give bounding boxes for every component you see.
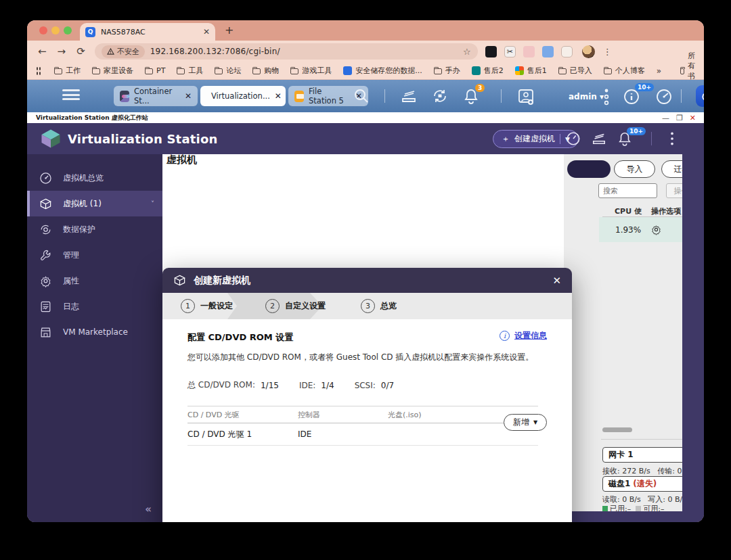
bookmark-folder[interactable]: 游戏工具: [290, 66, 332, 76]
bookmarks-bar: 工作 家里设备 PT 工具 论坛 购物 游戏工具 安全储存您的数据... 手办 …: [27, 62, 704, 80]
migrate-button[interactable]: 迁移: [661, 160, 682, 178]
settings-info-link[interactable]: i 设置信息: [500, 330, 547, 342]
bookmarks-overflow-icon[interactable]: »: [657, 66, 661, 76]
user-icon[interactable]: [517, 88, 535, 106]
bookmark-folder[interactable]: PT: [145, 66, 165, 75]
wizard-steps: 1 一般设定 2 自定义设置 3 总览: [162, 293, 572, 319]
col-controller: 控制器: [298, 410, 388, 420]
url-bar[interactable]: 不安全 192.168.200.132:7086/cgi-bin/ ☆: [95, 43, 478, 60]
traffic-light-close[interactable]: [39, 26, 47, 34]
resource-monitor-icon[interactable]: [655, 88, 673, 106]
horizontal-scrollbar[interactable]: [602, 427, 632, 432]
app-icon: [472, 66, 481, 75]
row-settings-gear-icon[interactable]: [650, 224, 662, 235]
divider: [651, 132, 652, 145]
bookmark-folder[interactable]: 工作: [54, 66, 81, 76]
gauge-icon: [39, 172, 52, 185]
performance-gauge-icon[interactable]: [566, 131, 581, 146]
bookmark-link[interactable]: 售后1: [515, 66, 547, 76]
bookmark-folder[interactable]: 手办: [434, 66, 460, 76]
sync-lock-icon[interactable]: [432, 88, 448, 104]
extension-pink-icon[interactable]: [523, 46, 535, 57]
cpu-usage-value: 1.93%: [615, 225, 641, 235]
security-chip[interactable]: 不安全: [102, 45, 145, 58]
close-icon[interactable]: ✕: [185, 91, 192, 101]
browser-menu-icon[interactable]: ⋮: [603, 47, 612, 57]
vm-row-highlight[interactable]: 1.93%: [599, 217, 682, 242]
import-button[interactable]: 导入: [614, 160, 655, 178]
back-icon[interactable]: ←: [38, 45, 47, 57]
browser-profile-avatar[interactable]: [582, 45, 595, 58]
file-station-icon: [294, 91, 304, 102]
sidebar-item-data-protection[interactable]: 数据保护: [27, 216, 162, 242]
bookmark-folder[interactable]: 购物: [252, 66, 279, 76]
extensions-puzzle-icon[interactable]: [561, 46, 573, 57]
close-icon[interactable]: ✕: [690, 114, 696, 122]
chevron-down-icon[interactable]: ˅: [151, 200, 154, 208]
search-input[interactable]: [598, 183, 657, 198]
nic-selector-dropdown[interactable]: 网卡 1▼: [602, 447, 682, 463]
used-legend-swatch: [602, 506, 608, 511]
column-cpu-usage[interactable]: CPU 使: [615, 206, 642, 216]
apps-grid-icon[interactable]: [37, 67, 41, 75]
sidebar-item-management[interactable]: 管理: [27, 242, 162, 268]
minimize-icon[interactable]: —: [662, 114, 669, 122]
dialog-close-icon[interactable]: ✕: [552, 275, 561, 287]
tasks-stack-icon[interactable]: [592, 131, 606, 146]
step-custom-settings: 2 自定义设置: [265, 299, 326, 313]
bookmark-link[interactable]: 售后2: [472, 66, 504, 76]
column-actions[interactable]: 操作选项: [651, 206, 681, 216]
new-tab-button[interactable]: +: [225, 24, 234, 37]
drive-totals: 总 CD/DVD ROM:1/15 IDE:1/4 SCSI:0/7: [187, 379, 547, 391]
tab-close-icon[interactable]: ✕: [203, 27, 210, 37]
bookmark-link[interactable]: 安全储存您的数据...: [343, 66, 422, 76]
site-favicon: Q: [85, 27, 95, 37]
bookmark-folder[interactable]: 已导入: [558, 66, 592, 76]
create-button-partial[interactable]: [567, 160, 611, 178]
app-menu-dots-icon[interactable]: [666, 131, 678, 146]
sidebar-item-properties[interactable]: 属性: [27, 268, 162, 294]
more-options-dots-icon[interactable]: [600, 88, 613, 106]
folder-icon: [680, 68, 684, 74]
qnap-tab-container-station[interactable]: Container St...✕: [114, 86, 198, 106]
forward-icon[interactable]: →: [58, 45, 66, 57]
extension-scissors-icon[interactable]: ✂: [504, 46, 516, 57]
app-header: Virtualization Station ＋ 创建虚拟机 ▼ 10+: [27, 123, 704, 154]
restore-icon[interactable]: ❐: [676, 114, 683, 122]
search-icon[interactable]: [353, 88, 370, 104]
sidebar-item-logs[interactable]: 日志: [27, 294, 162, 319]
main-menu-icon[interactable]: [62, 89, 80, 103]
network-stats: 接收: 272 B/s 传输: 0 B/s: [602, 466, 682, 476]
dialog-vm-icon: [173, 274, 186, 287]
disk-selector-dropdown[interactable]: 磁盘1(遗失) ▼: [602, 476, 682, 492]
sidebar-item-vm-overview[interactable]: 虚拟机总览: [27, 165, 162, 191]
chevron-down-icon: ▼: [533, 419, 537, 425]
divider: [681, 89, 682, 103]
background-tasks-icon[interactable]: [401, 88, 417, 104]
sidebar-item-vm-list[interactable]: 虚拟机 (1) ˅: [27, 191, 162, 216]
action-dropdown[interactable]: 操作▼: [666, 183, 682, 198]
reload-icon[interactable]: ⟳: [76, 45, 85, 57]
traffic-light-maximize[interactable]: [64, 26, 72, 34]
create-vm-dialog: 创建新虚拟机 ✕ 1 一般设定 2 自定义设置 3 总览: [162, 268, 572, 522]
myqnapcloud-button[interactable]: [696, 85, 704, 107]
qnap-tab-virtualization-station[interactable]: Virtualization...✕: [200, 86, 286, 106]
traffic-light-minimize[interactable]: [51, 26, 60, 34]
user-name[interactable]: admin ▾: [569, 92, 604, 101]
sidebar-item-vm-marketplace[interactable]: VM Marketplace: [27, 319, 162, 345]
bookmark-folder[interactable]: 家里设备: [92, 66, 133, 76]
browser-tab[interactable]: Q NAS5878AC ✕: [80, 23, 215, 41]
close-icon[interactable]: ✕: [275, 91, 282, 101]
bookmark-folder[interactable]: 论坛: [215, 66, 241, 76]
app-title: Virtualization Station: [68, 132, 217, 146]
cloud-icon: [701, 90, 704, 102]
add-drive-button[interactable]: 新增▼: [504, 414, 547, 431]
table-row[interactable]: CD / DVD 光驱 1 IDE: [187, 423, 538, 446]
collapse-sidebar-icon[interactable]: «: [145, 503, 152, 515]
extension-goggles-icon[interactable]: [485, 46, 497, 57]
bookmark-folder[interactable]: 个人博客: [604, 66, 645, 76]
microsoft-icon: [515, 66, 524, 75]
extension-blue-icon[interactable]: [542, 46, 554, 57]
bookmark-star-icon[interactable]: ☆: [463, 47, 471, 57]
bookmark-folder[interactable]: 工具: [177, 66, 203, 76]
